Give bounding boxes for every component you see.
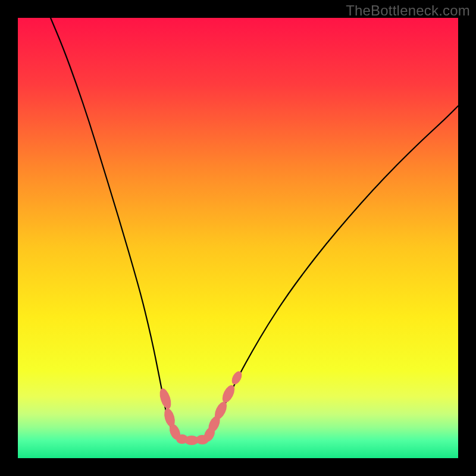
plot-area — [18, 18, 458, 458]
chart-container: TheBottleneck.com — [0, 0, 476, 476]
bottleneck-chart — [0, 0, 476, 476]
watermark-text: TheBottleneck.com — [346, 2, 470, 19]
